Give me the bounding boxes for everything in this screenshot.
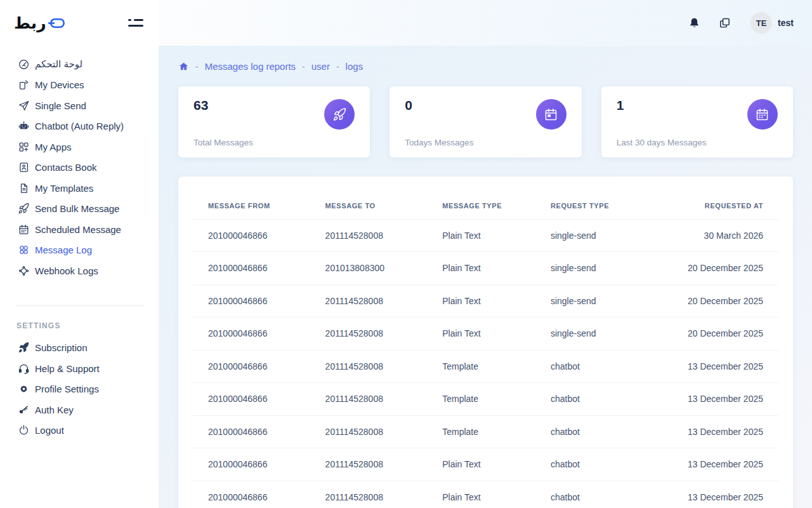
table-cell: 201013808300 [310, 252, 428, 285]
power-icon [18, 424, 30, 436]
table-cell: Template [427, 350, 535, 383]
table-cell: Plain Text [427, 252, 535, 285]
sidebar-item-label: Scheduled Message [35, 224, 121, 235]
sidebar-item-label: Help & Support [35, 363, 100, 374]
content-area: -Messages log reports-user-logs 63Total … [159, 46, 812, 508]
breadcrumb-item[interactable]: user [311, 61, 330, 72]
stats-row: 63Total Messages0Todays Messages1Last 30… [178, 86, 793, 157]
sidebar-item-my-templates[interactable]: My Templates [0, 178, 159, 199]
table-cell: 201000046866 [193, 350, 310, 383]
sidebar-item-label: Profile Settings [35, 384, 99, 394]
table-cell: 13 December 2025 [650, 383, 778, 416]
sidebar-item-label: Message Log [35, 244, 92, 255]
table-row: 201000046866201114528008Plain Textchatbo… [193, 481, 778, 508]
stat-label: Last 30 days Messages [617, 138, 747, 147]
sidebar-item-label: Subscription [35, 342, 88, 353]
stat-card: 63Total Messages [178, 86, 370, 157]
table-cell: 20 December 2025 [650, 252, 778, 285]
table-column-header: REQUEST TYPE [535, 192, 650, 219]
table-column-header: MESSAGE FROM [193, 192, 310, 219]
stat-label: Todays Messages [405, 138, 535, 147]
table-cell: 201114528008 [310, 415, 428, 448]
table-cell: 20 December 2025 [650, 284, 778, 318]
bell-icon[interactable] [687, 16, 701, 30]
table-cell: chatbot [535, 415, 650, 448]
table-cell: 201114528008 [310, 448, 428, 481]
sidebar-item-help-support[interactable]: Help & Support [0, 358, 159, 379]
table-cell: Template [427, 383, 535, 416]
table-row: 201000046866201114528008Templatechatbot1… [193, 350, 778, 383]
sidebar-item-label: My Apps [35, 142, 72, 152]
sidebar-item-label: Chatbot (Auto Reply) [35, 121, 124, 131]
table-cell: 201114528008 [310, 318, 428, 351]
breadcrumb-separator: - [302, 62, 305, 72]
subscription-icon [18, 342, 30, 354]
sidebar-section-label: SETTINGS [0, 306, 159, 334]
table-header-row: MESSAGE FROMMESSAGE TOMESSAGE TYPEREQUES… [193, 192, 778, 219]
sidebar-item-my-devices[interactable]: My Devices [0, 75, 159, 96]
apps-icon [18, 141, 30, 153]
sidebar-item-webhook-logs[interactable]: Webhook Logs [0, 260, 159, 281]
brand-logo[interactable]: ربط [14, 14, 65, 32]
table-column-header: MESSAGE TYPE [427, 192, 535, 219]
sidebar-nav-main: لوحة التحكمMy DevicesSingle SendChatbot … [0, 46, 159, 281]
table-cell: 201000046866 [193, 383, 310, 416]
table-cell: 30 March 2026 [650, 219, 778, 252]
table-cell: 201000046866 [193, 284, 310, 318]
table-cell: 201114528008 [310, 219, 428, 252]
stat-value: 1 [617, 98, 747, 113]
table-cell: 201114528008 [310, 481, 428, 508]
table-cell: 201000046866 [193, 481, 310, 508]
sidebar-item-scheduled-message[interactable]: Scheduled Message [0, 219, 159, 240]
sidebar-item-logout[interactable]: Logout [0, 420, 159, 441]
table-cell: 201114528008 [310, 383, 428, 416]
avatar[interactable]: TE [750, 12, 772, 34]
gear-icon [18, 383, 30, 395]
table-row: 201000046866201114528008Plain Textsingle… [193, 318, 778, 351]
app-root: ربط لوحة التحكمMy DevicesSingle SendChat… [0, 0, 812, 508]
topbar: TE test [159, 0, 812, 46]
sidebar-item-contacts-book[interactable]: Contacts Book [0, 157, 159, 178]
sidebar-item-label: Auth Key [35, 404, 74, 415]
sidebar-item-single-send[interactable]: Single Send [0, 95, 159, 116]
home-icon[interactable] [178, 61, 189, 72]
sidebar-item-my-apps[interactable]: My Apps [0, 137, 159, 157]
headset-icon [18, 363, 30, 375]
table-column-header: MESSAGE TO [310, 192, 428, 219]
sidebar-item-chatbot[interactable]: Chatbot (Auto Reply) [0, 116, 159, 137]
table-row: 201000046866201013808300Plain Textsingle… [193, 252, 778, 285]
table-row: 201000046866201114528008Plain Textsingle… [193, 284, 778, 318]
sidebar-item-label: لوحة التحكم [35, 58, 82, 70]
table-row: 201000046866201114528008Templatechatbot1… [193, 383, 778, 416]
table-cell: Plain Text [427, 481, 535, 508]
sidebar-item-dashboard[interactable]: لوحة التحكم [0, 54, 159, 75]
table-body: 201000046866201114528008Plain Textsingle… [193, 219, 778, 508]
messages-table: MESSAGE FROMMESSAGE TOMESSAGE TYPEREQUES… [193, 192, 778, 508]
sidebar-item-message-log[interactable]: Message Log [0, 240, 159, 261]
user-name: test [778, 18, 794, 28]
sidebar-item-label: Logout [35, 425, 64, 436]
breadcrumb-item[interactable]: logs [346, 61, 363, 72]
copy-icon[interactable] [717, 16, 731, 30]
sidebar-item-label: My Devices [35, 79, 84, 90]
stat-value: 0 [405, 98, 535, 113]
table-cell: Template [427, 415, 535, 448]
messages-table-card: MESSAGE FROMMESSAGE TOMESSAGE TYPEREQUES… [178, 177, 793, 508]
table-cell: 201000046866 [193, 219, 310, 252]
sidebar-toggle-icon[interactable] [128, 17, 143, 29]
sidebar-item-label: Contacts Book [35, 162, 97, 173]
table-cell: Plain Text [427, 448, 535, 481]
dashboard-icon [18, 58, 30, 70]
message-log-icon [18, 244, 30, 256]
breadcrumb-item[interactable]: Messages log reports [205, 61, 296, 72]
webhook-icon [18, 265, 30, 277]
table-cell: single-send [535, 252, 650, 285]
table-row: 201000046866201114528008Templatechatbot1… [193, 415, 778, 448]
sidebar-item-subscription[interactable]: Subscription [0, 338, 159, 359]
breadcrumb: -Messages log reports-user-logs [178, 61, 793, 72]
table-cell: single-send [535, 284, 650, 318]
table-cell: 201000046866 [193, 252, 310, 285]
sidebar-item-send-bulk-message[interactable]: Send Bulk Message [0, 199, 159, 220]
sidebar-item-auth-key[interactable]: Auth Key [0, 399, 159, 420]
sidebar-item-profile-settings[interactable]: Profile Settings [0, 379, 159, 400]
